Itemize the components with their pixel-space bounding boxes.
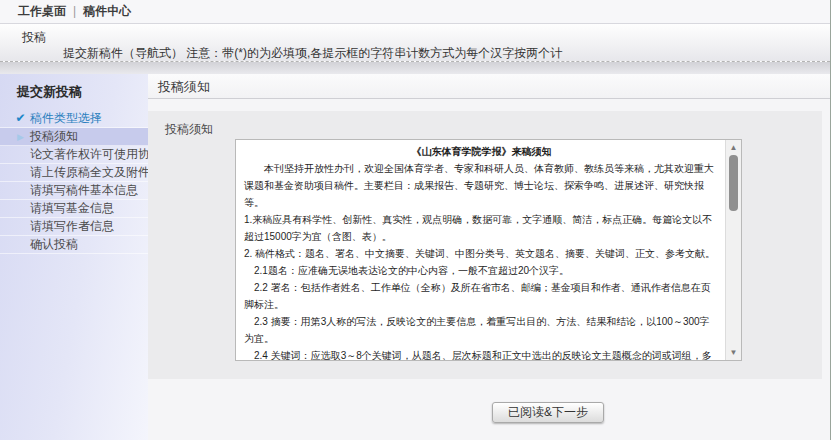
scroll-up-icon[interactable]: ▲	[726, 141, 741, 154]
notice-textbox[interactable]: 《山东体育学院学报》来稿须知 本刊坚持开放性办刊，欢迎全国体育学者、专家和科研人…	[235, 139, 742, 361]
notice-paragraph-5: 2.2 署名：包括作者姓名、工作单位（全称）及所在省市名、邮编；基金项目和作者、…	[244, 279, 719, 313]
step-label: 请上传原稿全文及附件	[30, 165, 150, 179]
step-label: 请填写基金信息	[30, 201, 114, 215]
notice-form-panel: 投稿须知 《山东体育学院学报》来稿须知 本刊坚持开放性办刊，欢迎全国体育学者、专…	[148, 111, 822, 379]
scrollbar-thumb[interactable]	[729, 155, 738, 211]
read-and-next-button[interactable]: 已阅读&下一步	[492, 402, 604, 423]
notice-paragraph-7: 2.4 关键词：应选取3～8个关键词，从题名、层次标题和正文中选出的反映论文主题…	[244, 347, 719, 360]
notice-field-label: 投稿须知	[165, 121, 213, 138]
step-label: 稿件类型选择	[30, 111, 102, 125]
notice-paragraph-2: 1.来稿应具有科学性、创新性、真实性，观点明确，数据可靠，文字通顺、简洁，标点正…	[244, 211, 719, 245]
sidebar-step-6[interactable]: 请填写基金信息	[0, 200, 148, 218]
notice-paragraph-4: 2.1题名：应准确无误地表达论文的中心内容，一般不宜超过20个汉字。	[244, 262, 719, 279]
notice-paragraph-3: 2. 稿件格式：题名、署名、中文摘要、关键词、中图分类号、英文题名、摘要、关键词…	[244, 245, 719, 262]
divider-band	[0, 62, 830, 74]
notice-paragraph-1: 本刊坚持开放性办刊，欢迎全国体育学者、专家和科研人员、体育教师、教练员等来稿，尤…	[244, 160, 719, 211]
section-title: 投稿须知	[148, 74, 830, 99]
breadcrumb: 工作桌面|稿件中心	[0, 0, 830, 24]
notice-title: 《山东体育学院学报》来稿须知	[244, 143, 719, 160]
sidebar-step-1[interactable]: 稿件类型选择	[0, 110, 148, 128]
sidebar-step-5[interactable]: 请填写稿件基本信息	[0, 182, 148, 200]
content-area: 提交新投稿 稿件类型选择 投稿须知 论文著作权许可使用协议	[0, 74, 830, 440]
breadcrumb-item-manuscript-center[interactable]: 稿件中心	[83, 4, 131, 18]
notice-scrollbar[interactable]: ▲ ▼	[725, 140, 741, 360]
step-label: 论文著作权许可使用协议	[30, 147, 162, 161]
step-label: 投稿须知	[30, 129, 78, 143]
sidebar-step-4[interactable]: 请上传原稿全文及附件	[0, 164, 148, 182]
notice-body: 《山东体育学院学报》来稿须知 本刊坚持开放性办刊，欢迎全国体育学者、专家和科研人…	[236, 140, 725, 360]
sidebar-step-8[interactable]: 确认投稿	[0, 236, 148, 254]
app-window: 工作桌面|稿件中心 投稿 提交新稿件（导航式） 注意：带(*)的为必填项,各提示…	[0, 0, 831, 440]
subheader: 投稿 提交新稿件（导航式） 注意：带(*)的为必填项,各提示框的字符串计数方式为…	[0, 24, 830, 62]
sidebar-steps: 稿件类型选择 投稿须知 论文著作权许可使用协议 请上传原稿全文及	[0, 110, 148, 254]
step-label: 请填写稿件基本信息	[30, 183, 138, 197]
sidebar-step-7[interactable]: 请填写作者信息	[0, 218, 148, 236]
sidebar-step-2[interactable]: 投稿须知	[0, 128, 148, 146]
notice-paragraph-6: 2.3 摘要：用第3人称的写法，反映论文的主要信息，着重写出目的、方法、结果和结…	[244, 313, 719, 347]
subheader-title: 投稿	[22, 29, 46, 46]
sidebar: 提交新投稿 稿件类型选择 投稿须知 论文著作权许可使用协议	[0, 74, 148, 440]
main-panel: 投稿须知 投稿须知 《山东体育学院学报》来稿须知 本刊坚持开放性办刊，欢迎全国体…	[148, 74, 830, 440]
step-state-icon	[13, 128, 28, 146]
step-state-icon	[13, 110, 28, 127]
sidebar-title: 提交新投稿	[0, 74, 148, 109]
sidebar-step-3[interactable]: 论文著作权许可使用协议	[0, 146, 148, 164]
scroll-down-icon[interactable]: ▼	[726, 346, 741, 359]
breadcrumb-separator: |	[73, 4, 76, 18]
breadcrumb-item-work-desktop[interactable]: 工作桌面	[18, 4, 66, 18]
submission-note: 提交新稿件（导航式） 注意：带(*)的为必填项,各提示框的字符串计数方式为每个汉…	[63, 45, 562, 62]
step-label: 请填写作者信息	[30, 219, 114, 233]
step-label: 确认投稿	[30, 237, 78, 251]
